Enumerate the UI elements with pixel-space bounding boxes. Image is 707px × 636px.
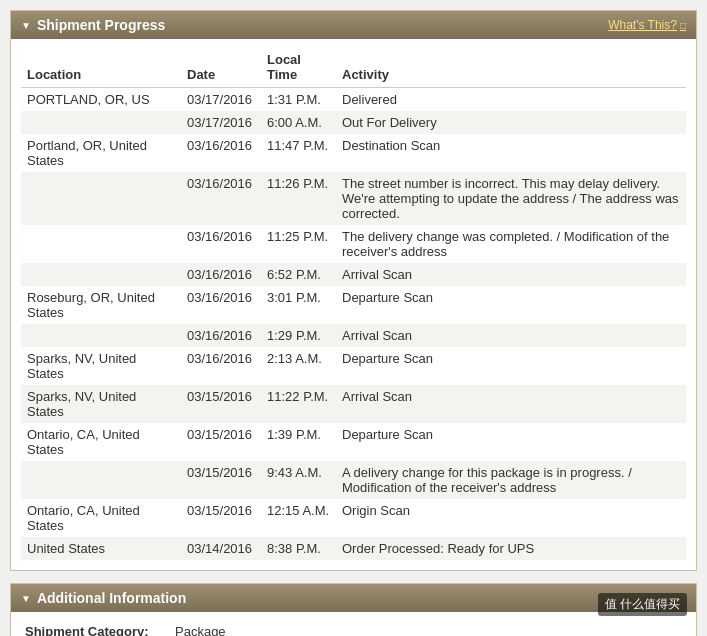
cell-activity: Delivered <box>336 88 686 112</box>
cell-date: 03/17/2016 <box>181 111 261 134</box>
cell-time: 3:01 P.M. <box>261 286 336 324</box>
additional-info-body: Shipment Category:PackageShipped/Billed … <box>11 612 696 636</box>
info-field-row: Shipment Category:Package <box>25 624 682 636</box>
col-header-location: Location <box>21 47 181 88</box>
table-row: Ontario, CA, United States03/15/201612:1… <box>21 499 686 537</box>
table-row: Sparks, NV, United States03/16/20162:13 … <box>21 347 686 385</box>
cell-location <box>21 461 181 499</box>
cell-date: 03/16/2016 <box>181 263 261 286</box>
cell-date: 03/17/2016 <box>181 88 261 112</box>
cell-date: 03/16/2016 <box>181 172 261 225</box>
cell-time: 12:15 A.M. <box>261 499 336 537</box>
cell-location: Sparks, NV, United States <box>21 385 181 423</box>
cell-time: 6:00 A.M. <box>261 111 336 134</box>
cell-date: 03/16/2016 <box>181 324 261 347</box>
cell-date: 03/16/2016 <box>181 134 261 172</box>
cell-location: Portland, OR, United States <box>21 134 181 172</box>
cell-time: 1:31 P.M. <box>261 88 336 112</box>
cell-location <box>21 324 181 347</box>
cell-activity: Origin Scan <box>336 499 686 537</box>
cell-location <box>21 225 181 263</box>
cell-time: 11:47 P.M. <box>261 134 336 172</box>
table-row: 03/16/20161:29 P.M.Arrival Scan <box>21 324 686 347</box>
cell-location: Ontario, CA, United States <box>21 499 181 537</box>
cell-activity: The street number is incorrect. This may… <box>336 172 686 225</box>
shipment-table-wrapper: Location Date Local Time Activity PORTLA… <box>11 39 696 570</box>
collapse-icon[interactable]: ▼ <box>21 20 31 31</box>
cell-time: 9:43 A.M. <box>261 461 336 499</box>
cell-date: 03/15/2016 <box>181 499 261 537</box>
cell-location: Ontario, CA, United States <box>21 423 181 461</box>
cell-time: 2:13 A.M. <box>261 347 336 385</box>
shipment-progress-header: ▼ Shipment Progress What's This? □ <box>11 11 696 39</box>
cell-location <box>21 172 181 225</box>
cell-date: 03/16/2016 <box>181 225 261 263</box>
info-value: Package <box>175 624 226 636</box>
cell-activity: Out For Delivery <box>336 111 686 134</box>
cell-time: 11:25 P.M. <box>261 225 336 263</box>
cell-time: 6:52 P.M. <box>261 263 336 286</box>
cell-date: 03/15/2016 <box>181 423 261 461</box>
cell-activity: Departure Scan <box>336 423 686 461</box>
cell-activity: Destination Scan <box>336 134 686 172</box>
table-row: 03/15/20169:43 A.M.A delivery change for… <box>21 461 686 499</box>
cell-activity: Arrival Scan <box>336 324 686 347</box>
table-row: Sparks, NV, United States03/15/201611:22… <box>21 385 686 423</box>
external-link-icon: □ <box>680 20 686 31</box>
cell-activity: A delivery change for this package is in… <box>336 461 686 499</box>
table-row: United States03/14/20168:38 P.M.Order Pr… <box>21 537 686 560</box>
table-row: 03/17/20166:00 A.M.Out For Delivery <box>21 111 686 134</box>
cell-date: 03/16/2016 <box>181 347 261 385</box>
cell-time: 1:39 P.M. <box>261 423 336 461</box>
cell-location <box>21 111 181 134</box>
shipment-progress-title: ▼ Shipment Progress <box>21 17 165 33</box>
cell-location <box>21 263 181 286</box>
cell-time: 1:29 P.M. <box>261 324 336 347</box>
col-header-time: Local Time <box>261 47 336 88</box>
table-row: Portland, OR, United States03/16/201611:… <box>21 134 686 172</box>
cell-location: United States <box>21 537 181 560</box>
cell-location: Sparks, NV, United States <box>21 347 181 385</box>
cell-activity: Departure Scan <box>336 347 686 385</box>
table-row: PORTLAND, OR, US03/17/20161:31 P.M.Deliv… <box>21 88 686 112</box>
table-row: 03/16/201611:26 P.M.The street number is… <box>21 172 686 225</box>
cell-activity: Order Processed: Ready for UPS <box>336 537 686 560</box>
additional-info-header: ▼ Additional Information <box>11 584 696 612</box>
info-label: Shipment Category: <box>25 624 175 636</box>
col-header-date: Date <box>181 47 261 88</box>
cell-time: 11:26 P.M. <box>261 172 336 225</box>
additional-info-panel: ▼ Additional Information Shipment Catego… <box>10 583 697 636</box>
shipment-progress-panel: ▼ Shipment Progress What's This? □ Locat… <box>10 10 697 571</box>
cell-date: 03/14/2016 <box>181 537 261 560</box>
table-row: Roseburg, OR, United States03/16/20163:0… <box>21 286 686 324</box>
cell-activity: Arrival Scan <box>336 263 686 286</box>
cell-activity: The delivery change was completed. / Mod… <box>336 225 686 263</box>
cell-date: 03/15/2016 <box>181 385 261 423</box>
cell-location: Roseburg, OR, United States <box>21 286 181 324</box>
col-header-activity: Activity <box>336 47 686 88</box>
table-row: 03/16/201611:25 P.M.The delivery change … <box>21 225 686 263</box>
table-row: 03/16/20166:52 P.M.Arrival Scan <box>21 263 686 286</box>
cell-time: 8:38 P.M. <box>261 537 336 560</box>
cell-date: 03/15/2016 <box>181 461 261 499</box>
cell-location: PORTLAND, OR, US <box>21 88 181 112</box>
cell-date: 03/16/2016 <box>181 286 261 324</box>
cell-activity: Departure Scan <box>336 286 686 324</box>
shipment-table: Location Date Local Time Activity PORTLA… <box>21 47 686 560</box>
additional-collapse-icon[interactable]: ▼ <box>21 593 31 604</box>
table-header-row: Location Date Local Time Activity <box>21 47 686 88</box>
whats-this-link[interactable]: What's This? □ <box>608 18 686 32</box>
additional-info-title: ▼ Additional Information <box>21 590 186 606</box>
cell-time: 11:22 P.M. <box>261 385 336 423</box>
cell-activity: Arrival Scan <box>336 385 686 423</box>
table-row: Ontario, CA, United States03/15/20161:39… <box>21 423 686 461</box>
